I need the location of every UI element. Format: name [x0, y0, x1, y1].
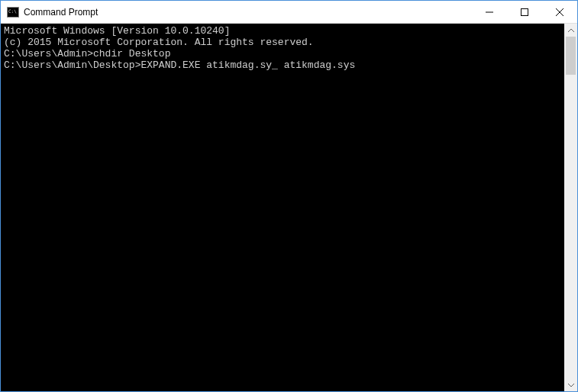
minimize-button[interactable]: [472, 1, 507, 23]
maximize-button[interactable]: [507, 1, 542, 23]
terminal-output[interactable]: Microsoft Windows [Version 10.0.10240](c…: [1, 24, 564, 391]
scroll-thumb[interactable]: [566, 37, 576, 75]
chevron-up-icon: [568, 27, 574, 34]
terminal-line: C:\Users\Admin\Desktop>EXPAND.EXE atikmd…: [4, 59, 561, 71]
terminal-line: (c) 2015 Microsoft Corporation. All righ…: [4, 37, 561, 48]
window-controls: [472, 1, 577, 23]
minimize-icon: [486, 8, 493, 16]
vertical-scrollbar[interactable]: [564, 24, 577, 391]
scroll-down-button[interactable]: [564, 378, 577, 391]
svg-rect-1: [521, 8, 528, 15]
terminal-line: Microsoft Windows [Version 10.0.10240]: [4, 25, 561, 37]
window-title: Command Prompt: [24, 7, 472, 18]
terminal-area: Microsoft Windows [Version 10.0.10240](c…: [1, 24, 577, 391]
command-prompt-window: Command Prompt Microsoft Windows [Versio…: [0, 0, 578, 392]
close-icon: [556, 8, 563, 16]
cmd-icon: [7, 7, 19, 18]
scroll-up-button[interactable]: [564, 24, 577, 37]
scroll-track[interactable]: [564, 37, 577, 378]
titlebar[interactable]: Command Prompt: [1, 1, 577, 24]
maximize-icon: [521, 8, 528, 16]
terminal-line: C:\Users\Admin>chdir Desktop: [4, 48, 561, 59]
chevron-down-icon: [568, 382, 574, 388]
close-button[interactable]: [542, 1, 577, 23]
